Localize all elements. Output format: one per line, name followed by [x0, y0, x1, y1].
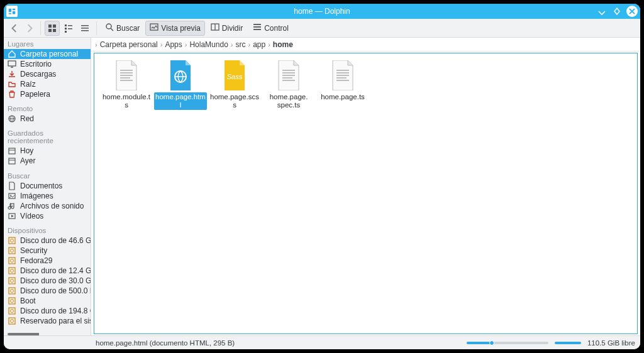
sidebar-item[interactable]: Disco duro de 12.4 GiB	[4, 266, 91, 276]
sidebar-item-label: Disco duro de 194.8 GiB	[20, 307, 91, 315]
sidebar-item[interactable]: Papelera	[4, 89, 91, 99]
file-item[interactable]: home.page.spec.ts	[262, 60, 316, 327]
sidebar-item[interactable]: Hoy	[4, 146, 91, 156]
free-space-text: 110.5 GiB libre	[587, 339, 635, 347]
breadcrumb-segment[interactable]: Carpeta personal	[100, 40, 158, 49]
breadcrumb-segment[interactable]: src	[235, 40, 245, 49]
disk-icon	[8, 246, 16, 255]
sidebar-item-label: Ayer	[20, 156, 35, 165]
sidebar-section-header: Guardados recientemente	[4, 127, 91, 146]
sidebar-item-label: Papelera	[20, 90, 50, 99]
disk-icon	[8, 317, 16, 325]
file-thumbnail	[273, 60, 304, 91]
sidebar-item[interactable]: Reservado para el sistema	[4, 316, 91, 326]
sidebar-item-label: Escritorio	[20, 60, 52, 68]
sidebar-item-label: Archivos de sonido	[20, 202, 84, 210]
view-icons-button[interactable]	[45, 21, 60, 36]
sidebar-item[interactable]: Archivos de sonido	[4, 201, 91, 211]
chevron-right-icon: ›	[160, 41, 163, 48]
sidebar-item[interactable]: Escritorio	[4, 59, 91, 69]
sidebar-item[interactable]: Vídeos	[4, 211, 91, 221]
zoom-slider[interactable]	[467, 342, 548, 344]
file-item[interactable]: home.page.ts	[316, 60, 370, 327]
file-item[interactable]: Sasshome.page.scss	[208, 60, 262, 327]
svg-rect-18	[253, 29, 261, 30]
split-icon	[211, 23, 219, 33]
window-title: home — Dolphin	[294, 7, 350, 16]
sidebar-item[interactable]: Disco duro de 30.0 GiB	[4, 276, 91, 286]
split-label: Dividir	[222, 24, 243, 33]
sidebar-section-header: Dispositivos	[4, 224, 91, 236]
file-item[interactable]: home.module.ts	[99, 60, 153, 327]
sidebar-item[interactable]: Red	[4, 114, 91, 124]
forward-button[interactable]	[23, 21, 36, 36]
breadcrumb[interactable]: ›Carpeta personal›Apps›HolaMundo›src›app…	[91, 38, 640, 52]
search-label: Buscar	[116, 24, 140, 33]
split-button[interactable]: Dividir	[206, 21, 247, 36]
maximize-button[interactable]	[611, 6, 623, 17]
preview-icon	[150, 23, 158, 33]
disk-icon	[8, 256, 16, 265]
view-compact-button[interactable]	[61, 21, 76, 36]
svg-rect-11	[81, 30, 89, 31]
minimize-button[interactable]	[596, 6, 608, 17]
view-details-button[interactable]	[77, 21, 92, 36]
breadcrumb-segment[interactable]: Apps	[165, 40, 182, 49]
svg-rect-5	[68, 25, 72, 26]
image-icon	[8, 192, 16, 200]
sidebar-item[interactable]: Fedora29	[4, 256, 91, 266]
sidebar-item-label: Fedora29	[20, 256, 52, 265]
sidebar-section-header: Lugares	[4, 38, 91, 49]
sidebar-item[interactable]: Raíz	[4, 79, 91, 89]
sidebar-item-label: Disco duro de 30.0 GiB	[20, 276, 91, 285]
app-icon	[6, 6, 18, 17]
sidebar-item[interactable]: Carpeta personal	[4, 49, 91, 59]
calendar-icon	[8, 156, 16, 165]
sidebar-item-label: Carpeta personal	[20, 50, 78, 58]
sidebar-item[interactable]: Disco duro de 500.0 MiB	[4, 286, 91, 296]
sidebar-item[interactable]: Imágenes	[4, 191, 91, 201]
titlebar[interactable]: home — Dolphin	[4, 4, 640, 19]
home-icon	[8, 50, 16, 58]
chevron-right-icon: ›	[185, 41, 187, 48]
file-thumbnail	[165, 60, 196, 91]
sidebar-item[interactable]: Disco duro de 194.8 GiB	[4, 306, 91, 316]
control-label: Control	[264, 24, 289, 33]
control-button[interactable]: Control	[248, 21, 293, 36]
svg-rect-3	[53, 29, 56, 32]
svg-point-12	[106, 24, 111, 29]
svg-rect-37	[9, 278, 15, 284]
back-button[interactable]	[8, 21, 21, 36]
svg-rect-8	[65, 31, 67, 33]
search-button[interactable]: Buscar	[101, 21, 144, 36]
svg-rect-2	[48, 29, 52, 32]
sidebar-item[interactable]: Descargas	[4, 69, 91, 79]
file-name: home.module.ts	[100, 92, 153, 110]
breadcrumb-segment[interactable]: HolaMundo	[189, 40, 228, 49]
calendar-icon	[8, 146, 16, 155]
sidebar-item[interactable]: Documentos	[4, 181, 91, 191]
file-item[interactable]: home.page.html	[153, 60, 208, 327]
svg-point-42	[11, 299, 14, 302]
chevron-right-icon: ›	[231, 41, 233, 48]
sidebar-item[interactable]: Disco duro de 46.6 GiB	[4, 236, 91, 246]
sidebar-item-label: Boot	[20, 296, 36, 305]
places-panel: LugaresCarpeta personalEscritorioDescarg…	[4, 38, 91, 335]
sidebar-item-label: Vídeos	[20, 212, 43, 220]
sidebar-item[interactable]: Boot	[4, 296, 91, 306]
breadcrumb-segment[interactable]: app	[253, 40, 265, 49]
search-icon	[105, 23, 114, 33]
file-view[interactable]: home.module.tshome.page.htmlSasshome.pag…	[94, 53, 638, 334]
preview-button[interactable]: Vista previa	[145, 21, 204, 36]
svg-point-38	[11, 279, 14, 282]
close-button[interactable]	[626, 6, 638, 17]
disk-icon	[8, 296, 16, 305]
chevron-right-icon: ›	[268, 41, 270, 48]
svg-rect-17	[253, 26, 261, 28]
sidebar-item-label: Raíz	[20, 80, 36, 89]
breadcrumb-segment[interactable]: home	[273, 40, 293, 49]
sidebar-item[interactable]: Ayer	[4, 156, 91, 166]
sidebar-item-label: Reservado para el sistema	[20, 317, 91, 325]
sidebar-item[interactable]: Security	[4, 246, 91, 256]
svg-rect-24	[9, 158, 15, 164]
